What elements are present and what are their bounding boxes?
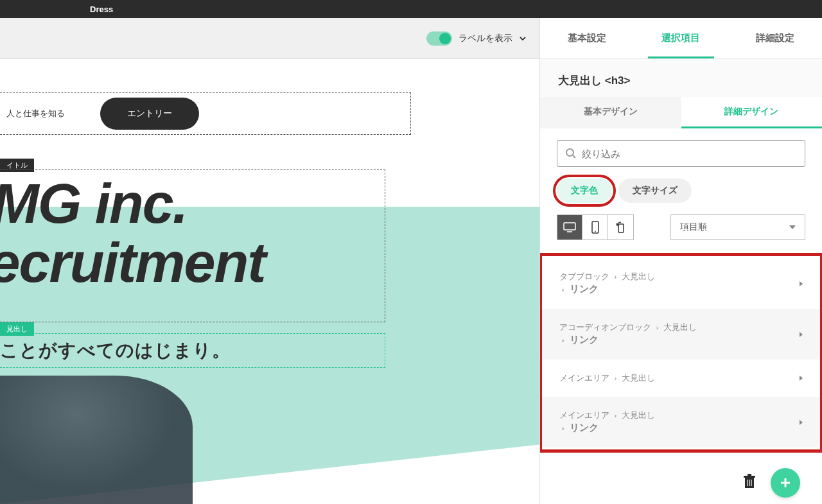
selection-nav[interactable]: を知る 人と仕事を知る エントリー	[0, 92, 411, 135]
selection-heading[interactable]: OMG inc. Recruitment	[0, 169, 385, 322]
tab-selection[interactable]: 選択項目	[634, 18, 728, 58]
result-breadcrumb: アコーディオンブロック › 大見出し › リンク	[559, 322, 697, 347]
preview-body: を知る 人と仕事を知る エントリー イトル OMG inc. Recruitme…	[0, 59, 539, 504]
svg-point-5	[595, 231, 596, 232]
plus-icon	[779, 476, 792, 489]
sort-label: 項目順	[680, 222, 707, 233]
device-desktop-button[interactable]	[557, 214, 582, 240]
result-item[interactable]: アコーディオンブロック › 大見出し › リンク	[540, 309, 822, 360]
delete-button[interactable]	[742, 474, 756, 492]
label-toggle[interactable]	[426, 31, 452, 46]
svg-point-0	[566, 149, 573, 156]
search-icon	[565, 148, 577, 159]
search-input[interactable]	[582, 148, 797, 159]
tab-basic-design[interactable]: 基本デザイン	[540, 97, 681, 128]
trash-icon	[742, 474, 756, 489]
big-title-line2: Recruitment	[0, 233, 385, 292]
chip-text-color[interactable]: 文字色	[557, 178, 612, 203]
hero-photo	[0, 376, 193, 504]
panel-header: 大見出し <h3>	[540, 59, 822, 97]
svg-rect-9	[748, 474, 751, 476]
rotate-icon	[615, 222, 627, 233]
device-row: 項目順	[557, 214, 805, 240]
preview-pane: ラベルを表示 を知る 人と仕事を知る エントリー イトル OMG inc. Re…	[0, 18, 539, 504]
tab-detail-settings[interactable]: 詳細設定	[728, 18, 822, 58]
results-list: タブブロック › 大見出し › リンクアコーディオンブロック › 大見出し › …	[540, 254, 822, 451]
tab-detail-design[interactable]: 詳細デザイン	[681, 97, 823, 128]
nav-item-2[interactable]: 人と仕事を知る	[6, 108, 65, 119]
dropdown-icon	[789, 225, 796, 229]
svg-line-1	[573, 155, 575, 158]
app-title: Dress	[90, 4, 113, 14]
chevron-right-icon	[800, 332, 803, 337]
mobile-icon	[591, 221, 599, 234]
action-row	[557, 451, 805, 504]
big-title-line1: OMG inc.	[0, 174, 385, 233]
entry-button[interactable]: エントリー	[100, 98, 199, 130]
result-breadcrumb: メインエリア › 大見出し › リンク	[559, 410, 655, 435]
device-rotate-button[interactable]	[608, 214, 634, 240]
add-button[interactable]	[771, 468, 800, 498]
result-item[interactable]: タブブロック › 大見出し › リンク	[540, 258, 822, 309]
side-panel: 基本設定 選択項目 詳細設定 大見出し <h3> 基本デザイン 詳細デザイン 文…	[539, 18, 822, 504]
svg-rect-2	[564, 223, 575, 230]
tab-basic-settings[interactable]: 基本設定	[540, 18, 634, 58]
app-topbar: Dress	[0, 0, 822, 18]
subtitle-text: 楽しむことがすべてのはじまり。	[0, 338, 231, 363]
desktop-icon	[563, 222, 576, 232]
device-mobile-button[interactable]	[582, 214, 608, 240]
sort-select[interactable]: 項目順	[670, 214, 805, 240]
chip-text-size[interactable]: 文字サイズ	[618, 178, 692, 203]
svg-rect-6	[618, 224, 624, 232]
chip-row: 文字色 文字サイズ	[557, 178, 805, 203]
svg-rect-8	[744, 476, 755, 478]
chevron-down-icon[interactable]	[519, 35, 527, 42]
selection-subheading[interactable]: 楽しむことがすべてのはじまり。	[0, 333, 385, 368]
chevron-right-icon	[800, 420, 803, 425]
result-breadcrumb: タブブロック › 大見出し › リンク	[559, 271, 655, 296]
result-item[interactable]: メインエリア › 大見出し › リンク	[540, 397, 822, 448]
search-box[interactable]	[557, 140, 805, 167]
result-item[interactable]: メインエリア › 大見出し	[540, 360, 822, 397]
panel-tabs: 基本設定 選択項目 詳細設定	[540, 18, 822, 59]
design-tabs: 基本デザイン 詳細デザイン	[540, 97, 822, 128]
chevron-right-icon	[800, 281, 803, 286]
label-toggle-text: ラベルを表示	[459, 33, 512, 44]
chevron-right-icon	[800, 376, 803, 381]
preview-toolbar: ラベルを表示	[0, 18, 539, 59]
result-breadcrumb: メインエリア › 大見出し	[559, 372, 655, 384]
